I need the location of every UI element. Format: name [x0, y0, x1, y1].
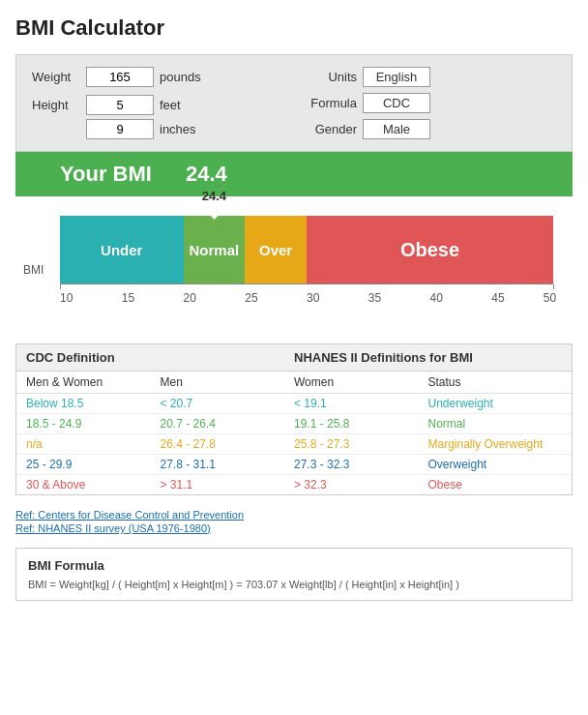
- row5-col1: 30 & Above: [26, 478, 161, 492]
- row3-col2: 26.4 - 27.8: [161, 437, 295, 451]
- gender-label: Gender: [304, 122, 357, 136]
- axis-label-10: 10: [60, 291, 73, 305]
- axis-label-20: 20: [184, 291, 196, 305]
- height-feet-unit: feet: [160, 98, 181, 112]
- inputs-section: Weight pounds Height feet inches Units E…: [15, 54, 573, 152]
- weight-label: Weight: [32, 70, 80, 84]
- axis-label-25: 25: [245, 291, 257, 305]
- col-header-3: Status: [428, 375, 563, 389]
- bar-over: Over: [245, 216, 307, 283]
- weight-unit: pounds: [160, 70, 201, 84]
- formula-text: BMI = Weight[kg] / ( Height[m] x Height[…: [28, 579, 560, 590]
- row1-col3: < 19.1: [294, 397, 428, 410]
- weight-input[interactable]: [86, 67, 154, 87]
- table-col-headers: Men & Women Men Women Status: [16, 372, 572, 394]
- axis-label-45: 45: [491, 291, 504, 305]
- references-section: Ref: Centers for Disease Control and Pre…: [15, 509, 573, 534]
- ref-link-nhanes[interactable]: Ref: NHANES II survey (USA 1976-1980): [15, 522, 573, 534]
- table-row: 25 - 29.9 27.8 - 31.1 27.3 - 32.3 Overwe…: [16, 455, 572, 475]
- row5-col2: > 31.1: [161, 478, 295, 492]
- bar-under-label: Under: [101, 242, 142, 258]
- axis-label-15: 15: [122, 291, 134, 305]
- formula-section: BMI Formula BMI = Weight[kg] / ( Height[…: [15, 548, 573, 601]
- bar-over-label: Over: [259, 242, 292, 258]
- row2-col2: 20.7 - 26.4: [161, 417, 295, 431]
- table-row: 30 & Above > 31.1 > 32.3 Obese: [16, 475, 572, 494]
- formula-title: BMI Formula: [28, 558, 560, 573]
- gender-value: Male: [363, 119, 430, 139]
- col-header-1: Men: [161, 375, 295, 389]
- table-row: Below 18.5 < 20.7 < 19.1 Underweight: [16, 394, 572, 414]
- bmi-axis-label: BMI: [23, 263, 44, 277]
- units-label: Units: [304, 70, 357, 84]
- height-inches-input[interactable]: [86, 119, 154, 139]
- axis-label-40: 40: [430, 291, 443, 305]
- row4-col3: 27.3 - 32.3: [294, 458, 428, 471]
- height-feet-input[interactable]: [86, 95, 154, 115]
- row4-col1: 25 - 29.9: [26, 458, 161, 471]
- bar-obese-label: Obese: [400, 239, 459, 261]
- height-inches-unit: inches: [160, 122, 196, 136]
- row2-col3: 19.1 - 25.8: [294, 417, 428, 431]
- table-header: CDC Definition NHANES II Definitions for…: [16, 344, 572, 372]
- row4-col4: Overweight: [428, 458, 563, 471]
- row1-col2: < 20.7: [161, 397, 295, 410]
- table-row: 18.5 - 24.9 20.7 - 26.4 19.1 - 25.8 Norm…: [16, 414, 572, 434]
- row3-col1: n/a: [26, 437, 161, 451]
- chart-bars: Under 24.4 Normal Over Obese: [60, 216, 553, 283]
- bmi-marker: 24.4: [202, 189, 226, 221]
- bmi-definitions-table: CDC Definition NHANES II Definitions for…: [15, 343, 573, 495]
- units-value: English: [363, 67, 430, 87]
- row1-col4: Underweight: [428, 397, 563, 410]
- formula-label: Formula: [304, 96, 357, 110]
- cdc-header: CDC Definition: [26, 350, 294, 365]
- axis-label-50: 50: [544, 291, 556, 305]
- row5-col4: Obese: [428, 478, 563, 492]
- page-title: BMI Calculator: [15, 15, 573, 41]
- row5-col3: > 32.3: [294, 478, 428, 492]
- row2-col4: Normal: [428, 417, 563, 431]
- bar-normal: 24.4 Normal: [184, 216, 246, 283]
- row1-col1: Below 18.5: [26, 397, 161, 410]
- col-header-0: Men & Women: [26, 375, 161, 389]
- row4-col2: 27.8 - 31.1: [161, 458, 295, 471]
- height-label: Height: [32, 98, 80, 112]
- col-header-2: Women: [294, 375, 428, 389]
- formula-value: CDC: [363, 93, 430, 113]
- axis-label-35: 35: [368, 291, 381, 305]
- axis-label-30: 30: [307, 291, 319, 305]
- bar-obese: Obese: [307, 216, 553, 283]
- bmi-value: 24.4: [186, 162, 227, 186]
- row3-col4: Marginally Overweight: [428, 437, 563, 451]
- bar-under: Under: [60, 216, 184, 283]
- bmi-chart-section: BMI Under 24.4 Normal Over Obese: [15, 216, 573, 324]
- row3-col3: 25.8 - 27.3: [294, 437, 428, 451]
- bmi-label: Your BMI: [60, 162, 152, 186]
- bar-normal-label: Normal: [190, 242, 240, 258]
- table-row: n/a 26.4 - 27.8 25.8 - 27.3 Marginally O…: [16, 434, 572, 455]
- nhanes-header: NHANES II Definitions for BMI: [294, 350, 562, 365]
- row2-col1: 18.5 - 24.9: [26, 417, 161, 431]
- ref-link-cdc[interactable]: Ref: Centers for Disease Control and Pre…: [15, 509, 573, 521]
- bmi-result-bar: Your BMI 24.4: [15, 152, 573, 196]
